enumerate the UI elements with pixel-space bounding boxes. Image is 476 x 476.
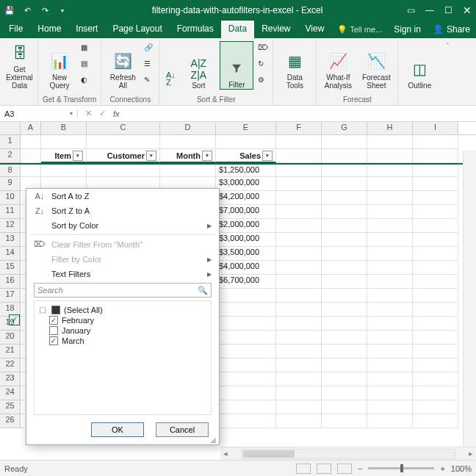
cell[interactable]: $3,000,000 (216, 177, 276, 191)
cell[interactable] (367, 247, 413, 261)
col-header[interactable]: B (41, 122, 87, 134)
new-query-button[interactable]: 📊 New Query (43, 41, 76, 90)
ribbon-options-icon[interactable]: ▭ (407, 5, 415, 15)
filter-value-checkbox[interactable]: ▢(Select All) (39, 304, 206, 315)
cell[interactable] (367, 165, 413, 177)
from-table-button[interactable]: ▤ (81, 57, 91, 72)
cell[interactable]: $7,000,000 (216, 205, 276, 219)
cell[interactable] (413, 317, 458, 331)
row-header[interactable]: 2 (0, 149, 21, 163)
cell[interactable] (413, 386, 458, 400)
filter-values-list[interactable]: ▢(Select All)✓FebruaryJanuary✓March (34, 300, 212, 415)
row-header[interactable]: 17 (0, 289, 21, 303)
cell[interactable] (413, 219, 458, 233)
cell[interactable] (322, 219, 367, 233)
chevron-down-icon[interactable]: ▾ (70, 110, 73, 117)
cell[interactable] (413, 275, 458, 289)
cell[interactable] (322, 414, 367, 428)
cell[interactable] (367, 372, 413, 386)
name-box[interactable]: A3▾ (0, 109, 78, 118)
cell[interactable] (276, 386, 322, 400)
sign-in-link[interactable]: Sign in (388, 24, 427, 35)
filter-dropdown-button[interactable]: ▾ (146, 151, 156, 161)
cell[interactable] (276, 345, 322, 358)
scroll-right-icon[interactable]: ▸ (466, 449, 476, 458)
zoom-level[interactable]: 100% (451, 464, 472, 473)
share-button[interactable]: 👤 Share (427, 24, 476, 35)
cell[interactable] (367, 261, 413, 275)
vertical-scrollbar[interactable] (463, 151, 476, 447)
clear-filter[interactable]: ⌦ Clear Filter From "Month" (26, 237, 219, 252)
cell[interactable] (216, 331, 276, 345)
col-header[interactable]: F (276, 122, 322, 134)
cell[interactable]: $3,000,000 (216, 233, 276, 247)
cell[interactable]: $3,500,000 (216, 247, 276, 261)
cell[interactable] (322, 247, 367, 261)
cell[interactable] (276, 400, 322, 414)
resize-grip-icon[interactable]: ◢ (210, 436, 217, 443)
sort-az-small[interactable]: A↓Z (164, 41, 177, 90)
row-header[interactable]: 22 (0, 358, 21, 372)
row-header[interactable]: 13 (0, 233, 21, 247)
cell[interactable] (276, 275, 322, 289)
cell[interactable] (367, 317, 413, 331)
cell[interactable] (413, 358, 458, 372)
cell[interactable] (216, 414, 276, 428)
refresh-all-button[interactable]: 🔄 Refresh All (106, 41, 140, 90)
cell[interactable] (367, 149, 413, 163)
cell[interactable] (322, 372, 367, 386)
cell[interactable] (21, 165, 41, 177)
cell[interactable] (413, 372, 458, 386)
cell[interactable] (276, 219, 322, 233)
filter-search-input[interactable]: Search 🔍 (34, 283, 212, 298)
filter-button[interactable]: Filter (220, 41, 253, 90)
tab-formulas[interactable]: Formulas (170, 21, 221, 38)
sort-by-color[interactable]: Sort by Color ▶ (26, 218, 219, 233)
cell[interactable] (322, 386, 367, 400)
sort-button[interactable]: A|ZZ|A Sort (181, 41, 215, 90)
forecast-sheet-button[interactable]: 📉 Forecast Sheet (359, 41, 393, 90)
cell[interactable] (322, 275, 367, 289)
ok-button[interactable]: OK (91, 422, 144, 437)
outline-button[interactable]: ◫ Outline (403, 41, 436, 90)
cell[interactable] (216, 289, 276, 303)
cell[interactable] (276, 261, 322, 275)
cell[interactable] (276, 289, 322, 303)
fx-icon[interactable]: fx (113, 109, 120, 118)
row-header[interactable]: 11 (0, 205, 21, 219)
col-header[interactable]: G (322, 122, 367, 134)
tab-page-layout[interactable]: Page Layout (105, 21, 169, 38)
text-filters[interactable]: Text Filters ▶ (26, 267, 219, 281)
cell[interactable] (216, 135, 276, 149)
cell[interactable] (276, 165, 322, 177)
filter-value-checkbox[interactable]: January (39, 325, 206, 336)
col-header[interactable]: C (87, 122, 160, 134)
cell[interactable] (367, 135, 413, 149)
cell[interactable] (413, 233, 458, 247)
cell[interactable] (367, 289, 413, 303)
filter-dropdown-button[interactable]: ▾ (73, 151, 83, 161)
col-header[interactable]: E (216, 122, 276, 134)
scroll-left-icon[interactable]: ◂ (220, 449, 231, 458)
edit-links-button[interactable]: ✎ (144, 73, 154, 88)
col-header[interactable]: D (160, 122, 216, 134)
cell[interactable] (367, 177, 413, 191)
cell[interactable] (276, 358, 322, 372)
cell[interactable] (216, 386, 276, 400)
cell[interactable] (276, 372, 322, 386)
cell[interactable] (413, 331, 458, 345)
connections-button[interactable]: 🔗 (144, 41, 154, 56)
view-normal-button[interactable] (296, 464, 311, 474)
cell[interactable] (216, 400, 276, 414)
advanced-filter-button[interactable]: ⚙ (258, 73, 268, 88)
cell[interactable] (276, 331, 322, 345)
tell-me-search[interactable]: 💡 Tell me... (331, 25, 388, 35)
col-header[interactable]: I (413, 122, 458, 134)
cell[interactable] (367, 191, 413, 205)
cell[interactable] (367, 358, 413, 372)
cell[interactable] (322, 233, 367, 247)
cell[interactable] (276, 177, 322, 191)
minimize-button[interactable]: — (425, 5, 434, 15)
cell[interactable] (216, 372, 276, 386)
zoom-in-button[interactable]: + (440, 464, 444, 473)
